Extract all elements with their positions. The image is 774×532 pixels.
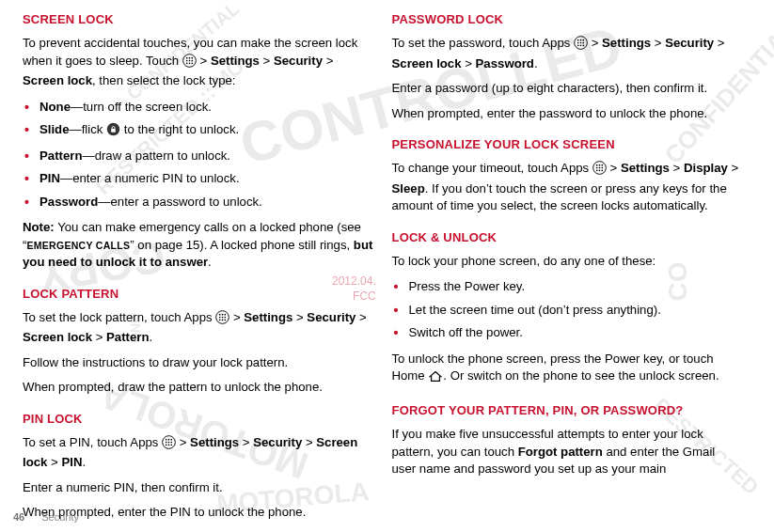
list-item: Pattern—draw a pattern to unlock. — [23, 148, 373, 164]
svg-point-40 — [580, 45, 582, 47]
list-item: PIN—enter a numeric PIN to unlock. — [23, 170, 373, 187]
svg-point-39 — [577, 45, 579, 47]
footer-section: Security — [41, 510, 79, 524]
svg-point-47 — [599, 167, 601, 169]
svg-point-16 — [219, 316, 221, 318]
svg-point-48 — [601, 167, 603, 169]
password-lock-set: To set the password, touch Apps > Settin… — [392, 35, 743, 72]
lock-unlock-intro: To lock your phone screen, do any one of… — [392, 253, 743, 270]
password-prompt: When prompted, enter the password to unl… — [392, 105, 743, 122]
list-item: Slide—flick to the right to unlock. — [23, 121, 373, 141]
heading-pin-lock: PIN LOCK — [23, 411, 373, 428]
lock-pattern-set: To set the lock pattern, touch Apps > Se… — [23, 309, 373, 347]
list-item: None—turn off the screen lock. — [23, 99, 373, 116]
forgot-text: If you make five unsuccessful attempts t… — [392, 426, 743, 477]
emergency-calls-link: EMERGENCY CALLS — [26, 240, 130, 251]
svg-point-7 — [186, 62, 188, 64]
right-column: PASSWORD LOCK To set the password, touch… — [383, 8, 752, 506]
svg-point-15 — [225, 314, 227, 316]
svg-point-30 — [168, 444, 170, 446]
apps-icon — [592, 161, 607, 180]
svg-point-34 — [580, 39, 582, 41]
page-footer: 46 Security — [13, 510, 79, 524]
pin-enter: Enter a numeric PIN, then confirm it. — [23, 479, 373, 496]
svg-point-4 — [186, 59, 188, 61]
svg-point-28 — [171, 441, 173, 443]
lock-pattern-follow: Follow the instructions to draw your loc… — [23, 354, 373, 371]
personalize-text: To change your timeout, touch Apps > Set… — [392, 160, 743, 214]
heading-personalize: PERSONALIZE YOUR LOCK SCREEN — [392, 136, 743, 153]
svg-point-41 — [583, 45, 585, 47]
svg-point-23 — [166, 439, 167, 441]
svg-point-37 — [580, 42, 582, 44]
password-enter: Enter a password (up to eight characters… — [392, 80, 743, 97]
apps-icon — [215, 310, 229, 329]
svg-point-24 — [168, 439, 170, 441]
security-label: Security — [274, 54, 323, 68]
svg-point-5 — [189, 59, 191, 61]
screen-lock-intro: To prevent accidental touches, you can m… — [23, 35, 373, 89]
list-item: Press the Power key. — [392, 278, 743, 295]
home-icon — [428, 369, 443, 387]
svg-point-33 — [577, 39, 579, 41]
note-label: Note: — [23, 220, 55, 234]
svg-point-6 — [191, 59, 193, 61]
apps-icon — [574, 36, 588, 55]
apps-icon — [182, 54, 197, 72]
svg-point-8 — [189, 62, 191, 64]
lock-slide-icon — [106, 122, 120, 141]
svg-point-17 — [222, 316, 224, 318]
heading-screen-lock: SCREEN LOCK — [23, 11, 373, 28]
svg-point-38 — [583, 42, 585, 44]
left-column: SCREEN LOCK To prevent accidental touche… — [13, 8, 383, 506]
apps-icon — [162, 435, 176, 454]
svg-point-49 — [596, 170, 598, 172]
heading-lock-unlock: LOCK & UNLOCK — [392, 229, 743, 246]
svg-point-35 — [583, 39, 585, 41]
svg-point-19 — [219, 319, 221, 321]
svg-point-14 — [222, 314, 224, 316]
heading-forgot: FORGOT YOUR PATTERN, PIN, OR PASSWORD? — [392, 402, 743, 419]
svg-point-44 — [599, 164, 601, 166]
svg-point-13 — [219, 314, 221, 316]
svg-point-45 — [601, 164, 603, 166]
lock-unlock-list: Press the Power key. Let the screen time… — [392, 278, 743, 341]
svg-point-36 — [577, 42, 579, 44]
heading-password-lock: PASSWORD LOCK — [392, 11, 743, 28]
pin-lock-set: To set a PIN, touch Apps > Settings > Se… — [23, 434, 373, 472]
screenlock-label: Screen lock — [23, 73, 92, 87]
svg-point-25 — [171, 439, 173, 441]
lock-type-list: None—turn off the screen lock. Slide—fli… — [23, 99, 373, 211]
svg-point-2 — [189, 57, 191, 59]
list-item: Switch off the power. — [392, 324, 743, 341]
svg-point-29 — [166, 444, 167, 446]
settings-label: Settings — [211, 54, 260, 68]
svg-rect-11 — [111, 129, 116, 133]
svg-point-43 — [596, 164, 598, 166]
page-number: 46 — [13, 510, 24, 524]
lock-pattern-prompt: When prompted, draw the pattern to unloc… — [23, 379, 373, 396]
svg-point-3 — [191, 57, 193, 59]
svg-point-50 — [599, 170, 601, 172]
svg-point-26 — [166, 441, 167, 443]
svg-point-31 — [171, 444, 173, 446]
note-paragraph: Note: You can make emergency calls on a … — [23, 219, 373, 271]
heading-lock-pattern: LOCK PATTERN — [23, 286, 373, 303]
svg-point-21 — [225, 319, 227, 321]
svg-point-1 — [186, 57, 188, 59]
svg-point-9 — [191, 62, 193, 64]
svg-point-46 — [596, 167, 598, 169]
unlock-text: To unlock the phone screen, press the Po… — [392, 351, 743, 388]
list-item: Password—enter a password to unlock. — [23, 194, 373, 211]
svg-point-27 — [168, 441, 170, 443]
svg-point-20 — [222, 319, 224, 321]
svg-point-51 — [601, 170, 603, 172]
list-item: Let the screen time out (don’t press any… — [392, 302, 743, 319]
svg-point-18 — [225, 316, 227, 318]
